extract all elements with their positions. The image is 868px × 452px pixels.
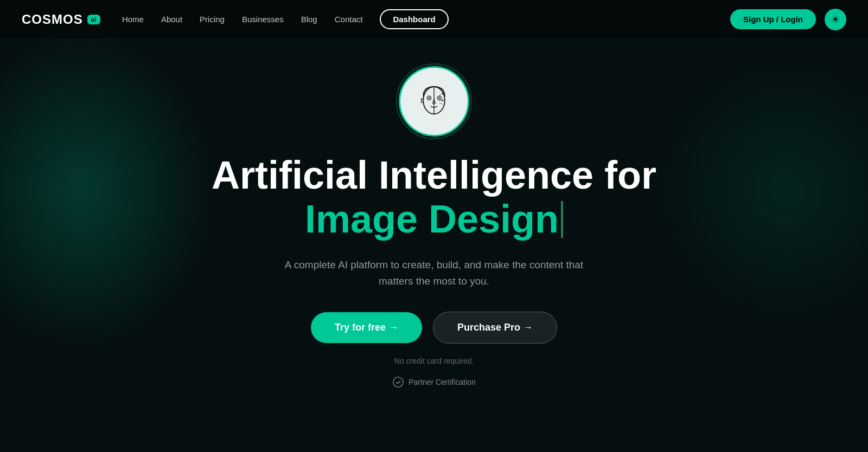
certification-icon (392, 376, 404, 388)
partner-cert-label: Partner Certification (409, 378, 476, 386)
theme-toggle-button[interactable]: ☀ (825, 9, 846, 30)
nav-blog[interactable]: Blog (301, 15, 317, 24)
nav-links: Home About Pricing Businesses Blog Conta… (122, 9, 449, 29)
dashboard-button[interactable]: Dashboard (380, 9, 448, 29)
logo-badge: ai (87, 15, 100, 24)
svg-point-2 (427, 96, 431, 100)
svg-point-6 (442, 93, 444, 95)
try-free-button[interactable]: Try for free → (311, 312, 422, 343)
svg-point-4 (429, 97, 430, 99)
no-credit-text: No credit card required. (394, 357, 474, 365)
logo[interactable]: COSMOS ai (22, 12, 100, 27)
text-cursor (561, 201, 563, 238)
nav-right: Sign Up / Login ☀ (730, 9, 846, 30)
signup-button[interactable]: Sign Up / Login (730, 9, 816, 29)
hero-title-line1: Artificial Intelligence for (212, 154, 656, 197)
partner-certification: Partner Certification (392, 376, 476, 388)
svg-point-8 (393, 377, 403, 387)
nav-home[interactable]: Home (122, 15, 144, 24)
svg-point-3 (437, 96, 441, 100)
hero-section: Artificial Intelligence for Image Design… (0, 39, 868, 388)
sun-icon: ☀ (831, 14, 840, 25)
svg-point-0 (423, 87, 445, 114)
avatar-circle (399, 66, 469, 137)
nav-contact[interactable]: Contact (335, 15, 363, 24)
hero-subtitle: A complete AI platform to create, build,… (282, 257, 586, 290)
hero-title-line2: Image Design (305, 197, 563, 242)
navbar: COSMOS ai Home About Pricing Businesses … (0, 0, 868, 39)
svg-point-5 (439, 97, 441, 99)
nav-left: COSMOS ai Home About Pricing Businesses … (22, 9, 449, 29)
ai-face-icon (414, 82, 454, 121)
purchase-pro-button[interactable]: Purchase Pro → (433, 312, 557, 344)
cta-group: Try for free → Purchase Pro → (311, 312, 557, 344)
nav-about[interactable]: About (161, 15, 182, 24)
logo-text: COSMOS (22, 12, 83, 27)
svg-point-7 (442, 99, 444, 101)
nav-businesses[interactable]: Businesses (242, 15, 284, 24)
nav-pricing[interactable]: Pricing (200, 15, 225, 24)
